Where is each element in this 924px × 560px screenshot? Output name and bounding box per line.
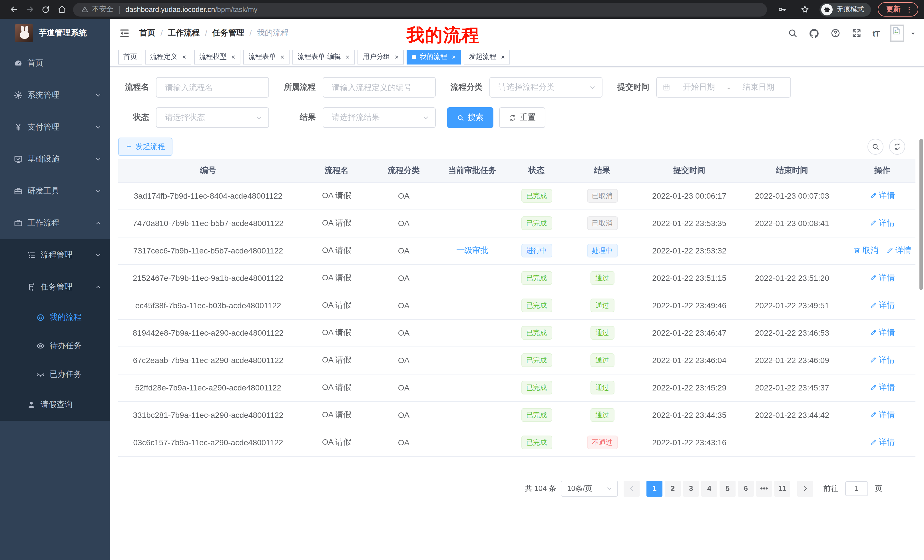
tab-label: 首页 bbox=[123, 52, 137, 61]
fullscreen-icon[interactable] bbox=[852, 28, 862, 39]
cell-result: 处理中 bbox=[561, 237, 644, 264]
tab-close-icon[interactable]: × bbox=[452, 53, 456, 60]
table-row: 331bc281-7b9a-11ec-a290-acde48001122 OA … bbox=[118, 401, 915, 429]
github-icon[interactable] bbox=[808, 28, 819, 39]
page-number-button[interactable]: 2 bbox=[665, 481, 681, 496]
tab-close-icon[interactable]: × bbox=[501, 53, 505, 60]
view-tab[interactable]: 首页 bbox=[118, 49, 142, 64]
cell-actions: 详情 bbox=[849, 429, 915, 456]
cell-submit-time: 2022-01-22 23:44:35 bbox=[644, 401, 735, 429]
create-process-button[interactable]: 发起流程 bbox=[118, 138, 172, 156]
browser-update-button[interactable]: 更新 bbox=[878, 2, 918, 16]
cell-result: 不通过 bbox=[561, 429, 644, 456]
sidebar-menu-item[interactable]: 我的流程 bbox=[0, 303, 110, 332]
avatar-caret-icon[interactable] bbox=[910, 28, 916, 38]
tab-close-icon[interactable]: × bbox=[280, 53, 284, 60]
page-number-button[interactable]: 4 bbox=[701, 481, 717, 496]
submit-time-range-picker[interactable]: 开始日期 - 结束日期 bbox=[656, 77, 791, 97]
page-number-button[interactable]: 6 bbox=[738, 481, 754, 496]
detail-action-link[interactable]: 详情 bbox=[870, 437, 895, 448]
status-badge: 进行中 bbox=[521, 244, 552, 258]
category-select[interactable]: 请选择流程分类 bbox=[489, 77, 603, 97]
detail-action-link[interactable]: 详情 bbox=[870, 191, 895, 201]
process-definition-input[interactable] bbox=[322, 77, 436, 97]
sidebar-menu-item[interactable]: 已办任务 bbox=[0, 360, 110, 389]
search-icon[interactable] bbox=[788, 28, 798, 39]
sidebar-menu-item[interactable]: 流程管理 bbox=[0, 239, 110, 271]
help-icon[interactable] bbox=[830, 28, 841, 39]
trash-icon bbox=[853, 247, 861, 254]
sidebar-menu-item[interactable]: 支付管理 bbox=[0, 111, 110, 143]
view-tab[interactable]: 流程定义 × bbox=[145, 49, 191, 64]
page-number-button[interactable]: 3 bbox=[683, 481, 699, 496]
cell-current-task bbox=[432, 346, 512, 374]
detail-action-link[interactable]: 详情 bbox=[870, 410, 895, 420]
status-select[interactable]: 请选择状态 bbox=[156, 107, 269, 128]
page-size-select[interactable]: 10条/页 bbox=[561, 481, 618, 496]
sidebar-menu-item[interactable]: 系统管理 bbox=[0, 79, 110, 111]
sidebar-menu-item[interactable]: 首页 bbox=[0, 47, 110, 79]
cancel-action-link[interactable]: 取消 bbox=[853, 246, 878, 256]
sidebar-menu-item[interactable]: 工作流程 bbox=[0, 207, 110, 239]
detail-action-link[interactable]: 详情 bbox=[870, 355, 895, 365]
view-tab[interactable]: 发起流程 × bbox=[464, 49, 510, 64]
bookmark-star-icon[interactable] bbox=[796, 1, 813, 17]
sidebar-menu-item[interactable]: 待办任务 bbox=[0, 332, 110, 360]
view-tab[interactable]: 流程模型 × bbox=[194, 49, 240, 64]
detail-action-link[interactable]: 详情 bbox=[870, 300, 895, 310]
current-task-link[interactable]: 一级审批 bbox=[456, 246, 488, 256]
search-button[interactable]: 搜索 bbox=[447, 107, 494, 128]
detail-action-link[interactable]: 详情 bbox=[870, 382, 895, 393]
detail-action-link[interactable]: 详情 bbox=[886, 246, 911, 256]
avatar[interactable] bbox=[890, 24, 904, 42]
page-number-button[interactable]: 11 bbox=[774, 481, 790, 496]
sidebar-menu-item[interactable]: 任务管理 bbox=[0, 271, 110, 303]
tab-close-icon[interactable]: × bbox=[231, 53, 235, 60]
table-column-header: 操作 bbox=[849, 159, 915, 182]
page-number-button[interactable]: ••• bbox=[756, 481, 772, 496]
sidebar-menu-item[interactable]: 基础设施 bbox=[0, 143, 110, 175]
tab-close-icon[interactable]: × bbox=[182, 53, 186, 60]
view-tab[interactable]: 我的流程 × bbox=[406, 49, 461, 64]
menu-item-icon bbox=[14, 187, 23, 196]
goto-page-input[interactable] bbox=[845, 481, 868, 496]
view-tab[interactable]: 用户分组 × bbox=[357, 49, 404, 64]
prev-page-button[interactable] bbox=[624, 481, 640, 496]
result-select[interactable]: 请选择流结果 bbox=[322, 107, 436, 128]
tab-close-icon[interactable]: × bbox=[345, 53, 350, 60]
reset-button[interactable]: 重置 bbox=[499, 107, 545, 128]
browser-menu-icon[interactable] bbox=[905, 5, 913, 13]
cell-status: 已完成 bbox=[512, 429, 561, 456]
view-tab[interactable]: 流程表单 × bbox=[243, 49, 290, 64]
page-number-button[interactable]: 1 bbox=[646, 481, 663, 496]
font-size-icon[interactable]: tT bbox=[873, 28, 879, 38]
sidebar-menu-item[interactable]: 请假查询 bbox=[0, 389, 110, 421]
show-search-toggle-button[interactable] bbox=[867, 139, 884, 155]
browser-forward-button[interactable] bbox=[22, 1, 38, 17]
menu-item-icon bbox=[14, 59, 23, 68]
detail-action-link[interactable]: 详情 bbox=[870, 328, 895, 338]
cell-category: OA bbox=[375, 237, 432, 264]
tab-close-icon[interactable]: × bbox=[394, 53, 399, 60]
browser-back-button[interactable] bbox=[6, 1, 22, 17]
breadcrumb-item[interactable]: 首页 bbox=[140, 28, 155, 38]
process-name-input[interactable] bbox=[156, 77, 269, 97]
cell-current-task bbox=[432, 210, 512, 237]
cell-end-time: 2022-01-23 00:07:03 bbox=[735, 182, 849, 210]
sidebar-menu-item[interactable]: 研发工具 bbox=[0, 175, 110, 207]
browser-reload-button[interactable] bbox=[38, 1, 54, 17]
breadcrumb-item[interactable]: 工作流程 bbox=[168, 28, 200, 38]
breadcrumb-item[interactable]: 任务管理 bbox=[213, 28, 244, 38]
breadcrumb-separator: / bbox=[205, 28, 207, 38]
refresh-table-button[interactable] bbox=[889, 139, 905, 155]
next-page-button[interactable] bbox=[797, 481, 813, 496]
password-key-icon[interactable] bbox=[774, 1, 790, 17]
detail-action-link[interactable]: 详情 bbox=[870, 218, 895, 228]
page-scrollbar-thumb[interactable] bbox=[920, 139, 923, 290]
browser-home-button[interactable] bbox=[54, 1, 70, 17]
page-number-button[interactable]: 5 bbox=[720, 481, 735, 496]
detail-action-link[interactable]: 详情 bbox=[870, 273, 895, 283]
sidebar-collapse-icon[interactable] bbox=[119, 27, 130, 39]
view-tab[interactable]: 流程表单-编辑 × bbox=[292, 49, 355, 64]
address-bar[interactable]: 不安全 dashboard.yudao.iocoder.cn/bpm/task/… bbox=[73, 3, 767, 16]
